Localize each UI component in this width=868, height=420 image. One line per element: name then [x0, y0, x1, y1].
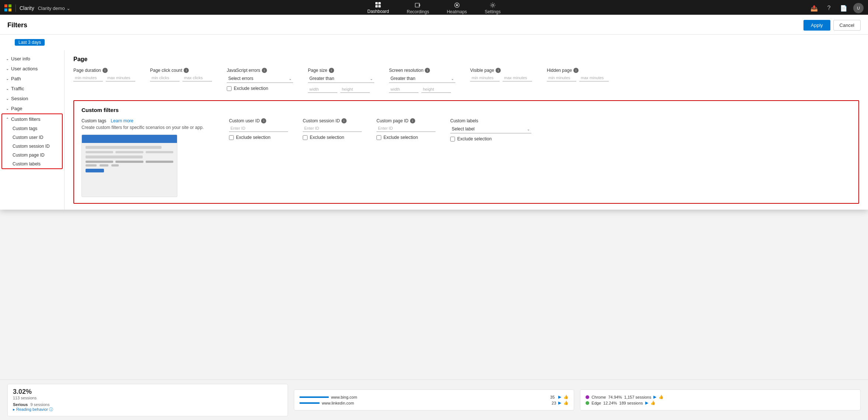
nav-brand-area: Clarity Clarity demo ⌄ — [4, 4, 70, 12]
filters-modal: Filters Apply Cancel Last 3 days ⌄ User … — [0, 15, 868, 31]
nav-recordings[interactable]: Recordings — [404, 0, 432, 16]
nav-brand-name: Clarity — [20, 5, 34, 11]
share-icon[interactable]: 📤 — [809, 3, 819, 13]
top-navigation: Clarity Clarity demo ⌄ Dashboard Recordi… — [0, 0, 868, 16]
svg-rect-3 — [379, 5, 381, 7]
apply-button[interactable]: Apply — [803, 20, 830, 31]
user-avatar[interactable]: U — [853, 3, 864, 13]
nav-divider — [15, 4, 16, 12]
svg-rect-0 — [375, 2, 378, 4]
microsoft-logo — [4, 4, 12, 12]
cancel-button[interactable]: Cancel — [833, 20, 861, 31]
document-icon[interactable]: 📄 — [839, 3, 849, 13]
svg-point-7 — [456, 4, 458, 6]
svg-rect-2 — [375, 5, 378, 7]
chevron-down-icon: ⌄ — [66, 6, 70, 11]
modal-actions: Apply Cancel — [803, 20, 861, 31]
nav-settings[interactable]: Settings — [482, 0, 503, 16]
nav-project-selector[interactable]: Clarity demo ⌄ — [38, 6, 70, 11]
nav-heatmaps[interactable]: Heatmaps — [444, 0, 470, 16]
nav-center-items: Dashboard Recordings Heatmaps Settings — [364, 0, 503, 16]
svg-rect-1 — [379, 2, 381, 4]
nav-dashboard[interactable]: Dashboard — [364, 0, 392, 16]
nav-right-actions: 📤 ? 📄 U — [809, 3, 864, 13]
modal-header: Filters Apply Cancel — [0, 15, 868, 31]
modal-title: Filters — [7, 21, 27, 29]
svg-point-8 — [492, 4, 493, 6]
help-icon[interactable]: ? — [824, 3, 834, 13]
